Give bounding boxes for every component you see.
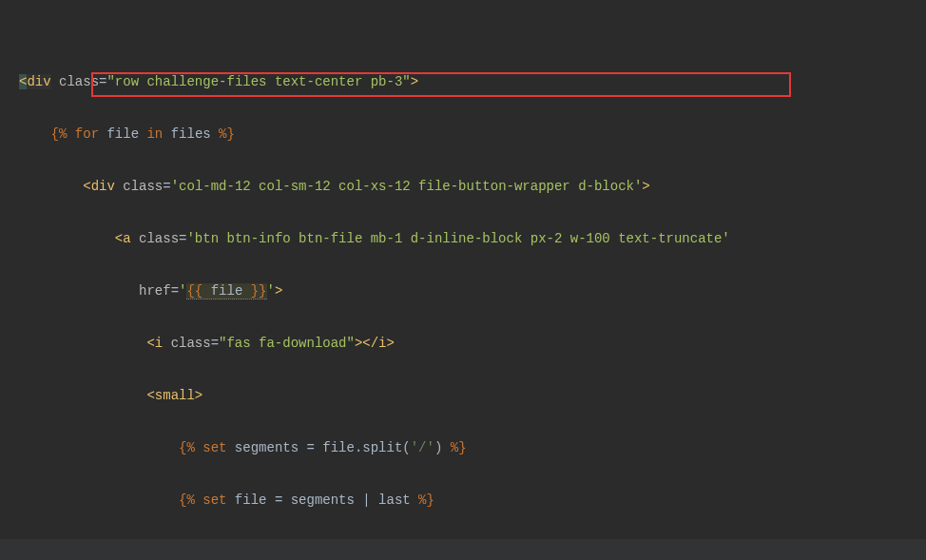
code-editor[interactable]: <div class="row challenge-files text-cen… [0,0,926,560]
code-line: {% for file in files %} [19,122,926,148]
code-line: {% set file = segments | last %} [19,488,926,514]
code-line: href='{{ file }}'> [19,279,926,305]
code-line: <div class="row challenge-files text-cen… [19,69,926,96]
code-line: <i class="fas fa-download"></i> [19,331,926,357]
code-line: <a class='btn btn-info btn-file mb-1 d-i… [19,226,926,253]
code-line-highlighted: <div class='col-md-12 col-sm-12 col-xs-1… [19,174,926,201]
status-bar [0,539,926,560]
code-line: {% set segments = file.split('/') %} [19,435,926,462]
code-line: <small> [19,383,926,410]
